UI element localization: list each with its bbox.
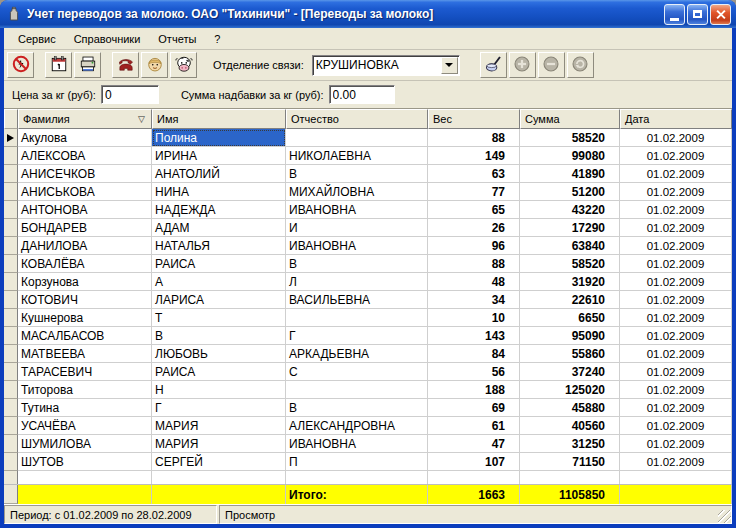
cell-date[interactable]: 01.02.2009 [620,201,732,219]
cell-sum[interactable]: 40560 [520,417,620,435]
cell-patronymic[interactable]: Г [286,327,428,345]
cell-date[interactable]: 01.02.2009 [620,399,732,417]
menu-spravochniki[interactable]: Справочники [66,31,149,47]
cell-name[interactable]: В [152,327,286,345]
cell-date[interactable]: 01.02.2009 [620,435,732,453]
header-surname[interactable]: Фамилия ▽ [18,109,152,129]
cell-weight[interactable]: 84 [428,345,520,363]
cell-patronymic[interactable]: АЛЕКСАНДРОВНА [286,417,428,435]
cell-surname[interactable]: МАСАЛБАСОВ [18,327,152,345]
surcharge-input[interactable] [329,85,395,104]
delete-record-button[interactable] [538,52,565,78]
cell-name[interactable]: Г [152,399,286,417]
table-row[interactable]: МАТВЕЕВАЛЮБОВЬАРКАДЬЕВНА845586001.02.200… [4,345,732,363]
cell-surname[interactable]: ДАНИЛОВА [18,237,152,255]
cell-sum[interactable]: 43220 [520,201,620,219]
cell-patronymic[interactable] [286,309,428,327]
cell-date[interactable]: 01.02.2009 [620,381,732,399]
cell-date[interactable]: 01.02.2009 [620,345,732,363]
cell-name[interactable]: ИРИНА [152,147,286,165]
cell-surname[interactable]: АНИСЬКОВА [18,183,152,201]
table-row[interactable]: ШУМИЛОВАМАРИЯИВАНОВНА473125001.02.2009 [4,435,732,453]
cell-name[interactable]: НАТАЛЬЯ [152,237,286,255]
cell-surname[interactable]: МАТВЕЕВА [18,345,152,363]
combobox-dropdown-button[interactable] [441,57,458,74]
cell-sum[interactable]: 6650 [520,309,620,327]
phone-button[interactable] [112,52,139,78]
cell-weight[interactable]: 65 [428,201,520,219]
person-button[interactable] [141,52,168,78]
menu-otchety[interactable]: Отчеты [150,31,204,47]
cell-patronymic[interactable] [286,129,428,147]
header-date[interactable]: Дата [620,109,732,129]
cell-weight[interactable]: 47 [428,435,520,453]
refresh-button[interactable] [567,52,594,78]
cell-date[interactable]: 01.02.2009 [620,129,732,147]
cell-name[interactable]: РАИСА [152,363,286,381]
cell-surname[interactable]: ШУМИЛОВА [18,435,152,453]
cell-patronymic[interactable]: ИВАНОВНА [286,201,428,219]
table-row[interactable]: КОТОВИЧЛАРИСАВАСИЛЬЕВНА342261001.02.2009 [4,291,732,309]
table-row[interactable]: ТАРАСЕВИЧРАИСАС563724001.02.2009 [4,363,732,381]
cell-weight[interactable]: 77 [428,183,520,201]
cell-sum[interactable]: 63840 [520,237,620,255]
cell-patronymic[interactable]: НИКОЛАЕВНА [286,147,428,165]
cell-name[interactable]: ЛАРИСА [152,291,286,309]
cell-surname[interactable]: Титорова [18,381,152,399]
table-row[interactable]: АНИСЬКОВАНИНАМИХАЙЛОВНА775120001.02.2009 [4,183,732,201]
cell-date[interactable]: 01.02.2009 [620,165,732,183]
cell-sum[interactable]: 37240 [520,363,620,381]
cell-patronymic[interactable]: Л [286,273,428,291]
cell-sum[interactable]: 58520 [520,255,620,273]
cell-weight[interactable]: 63 [428,165,520,183]
cell-date[interactable]: 01.02.2009 [620,417,732,435]
cell-patronymic[interactable]: С [286,363,428,381]
table-row[interactable]: ШУТОВСЕРГЕЙП1077115001.02.2009 [4,453,732,471]
header-sum[interactable]: Сумма [520,109,620,129]
cell-surname[interactable]: КОТОВИЧ [18,291,152,309]
resize-grip-icon[interactable] [718,510,731,523]
cell-name[interactable]: РАИСА [152,255,286,273]
title-bar[interactable]: Учет переводов за молоко. ОАО "Тихиничи"… [0,0,736,28]
minimize-button[interactable] [664,4,685,25]
cell-surname[interactable]: БОНДАРЕВ [18,219,152,237]
cell-name[interactable]: Т [152,309,286,327]
cell-patronymic[interactable]: АРКАДЬЕВНА [286,345,428,363]
exit-button[interactable] [7,52,34,78]
cell-patronymic[interactable]: В [286,399,428,417]
cell-date[interactable]: 01.02.2009 [620,363,732,381]
cell-name[interactable]: АНАТОЛИЙ [152,165,286,183]
price-input[interactable] [101,85,159,104]
cell-date[interactable]: 01.02.2009 [620,147,732,165]
cell-weight[interactable]: 10 [428,309,520,327]
table-row[interactable]: ДАНИЛОВАНАТАЛЬЯИВАНОВНА966384001.02.2009 [4,237,732,255]
cell-surname[interactable]: АНТОНОВА [18,201,152,219]
table-row[interactable]: КорзуноваАЛ483192001.02.2009 [4,273,732,291]
cell-weight[interactable]: 88 [428,255,520,273]
table-row[interactable]: БОНДАРЕВАДАМИ261729001.02.2009 [4,219,732,237]
cell-name[interactable]: А [152,273,286,291]
table-row[interactable]: КушнероваТ10665001.02.2009 [4,309,732,327]
cell-surname[interactable]: ТАРАСЕВИЧ [18,363,152,381]
close-button[interactable] [710,4,731,25]
cell-sum[interactable]: 22610 [520,291,620,309]
cell-weight[interactable]: 69 [428,399,520,417]
cell-patronymic[interactable]: МИХАЙЛОВНА [286,183,428,201]
table-row[interactable]: ТитороваН18812502001.02.2009 [4,381,732,399]
cell-surname[interactable]: УСАЧЁВА [18,417,152,435]
cell-sum[interactable]: 125020 [520,381,620,399]
cell-sum[interactable]: 58520 [520,129,620,147]
cell-sum[interactable]: 17290 [520,219,620,237]
menu-help[interactable]: ? [206,31,228,47]
cell-weight[interactable]: 61 [428,417,520,435]
cell-date[interactable]: 01.02.2009 [620,255,732,273]
maximize-button[interactable] [687,4,708,25]
cell-patronymic[interactable]: ВАСИЛЬЕВНА [286,291,428,309]
cell-surname[interactable]: АЛЕКСОВА [18,147,152,165]
cell-surname[interactable]: Кушнерова [18,309,152,327]
cell-patronymic[interactable]: ИВАНОВНА [286,435,428,453]
cell-date[interactable]: 01.02.2009 [620,273,732,291]
cell-name[interactable]: СЕРГЕЙ [152,453,286,471]
cell-weight[interactable]: 96 [428,237,520,255]
cell-patronymic[interactable]: И [286,219,428,237]
